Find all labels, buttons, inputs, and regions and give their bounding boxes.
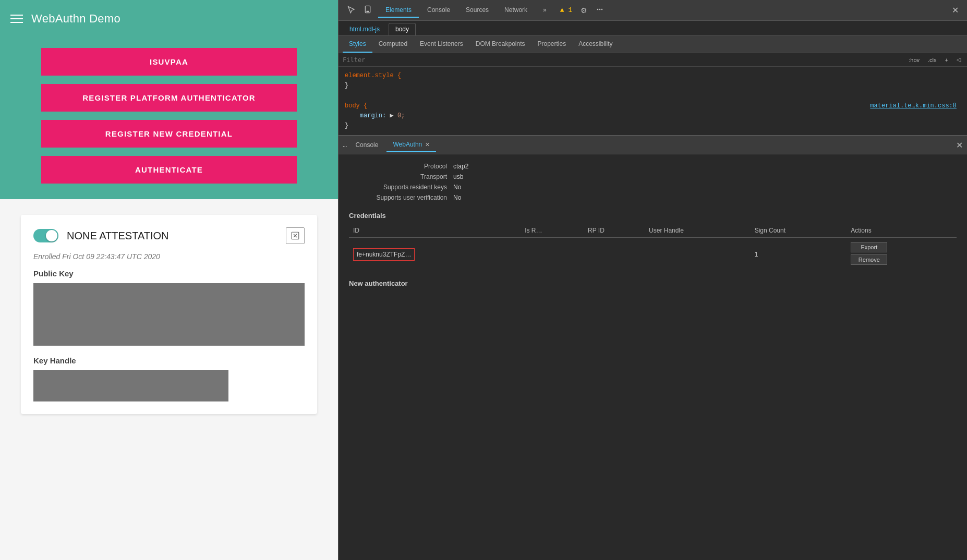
public-key-label: Public Key [33,269,305,278]
isuvpaa-button[interactable]: ISUVPAA [41,48,297,76]
resident-keys-label: Supports resident keys [349,184,453,191]
credentials-section-title: Credentials [349,212,957,220]
inspect-element-icon[interactable] [345,3,357,17]
user-verification-label: Supports user verification [349,194,453,201]
warning-badge: ▲ 1 [558,4,574,16]
css-source-link[interactable]: material.te…k.min.css:8 [870,101,957,111]
content-section: NONE ATTESTATION Enrolled Fri Oct 09 22:… [0,199,338,560]
transport-row: Transport usb [349,173,957,180]
collapse-button[interactable]: ◁ [954,55,963,64]
credentials-table-header: ID Is R… RP ID User Handle Sign Count Ac… [349,224,957,238]
styles-tab-properties[interactable]: Properties [531,36,572,53]
add-style-button[interactable]: + [943,56,950,64]
styles-code: element.style { } body { material.te…k.m… [339,67,967,135]
bottom-tab-webauthn[interactable]: WebAuthn ✕ [386,138,436,152]
elements-section: html.mdl-js body Styles Computed Event L… [339,21,967,136]
credentials-table: ID Is R… RP ID User Handle Sign Count Ac… [349,224,957,271]
bottom-tab-console[interactable]: Console [349,138,384,152]
settings-icon[interactable]: ⚙ [578,4,589,17]
tab-console[interactable]: Console [420,3,457,18]
credential-actions-cell: Export Remove [847,238,957,272]
tab-sources[interactable]: Sources [458,3,496,18]
css-val-margin: 0; [397,112,405,119]
dom-tab-body[interactable]: body [389,23,416,35]
credential-card: NONE ATTESTATION Enrolled Fri Oct 09 22:… [21,215,317,414]
transport-label: Transport [349,173,453,180]
bottom-panel-close-button[interactable]: ✕ [956,140,963,150]
credential-id-cell: fe+nuknu3ZTFpZ… [349,238,521,272]
user-verification-value: No [453,194,461,201]
css-prop-margin: margin: [360,112,386,119]
close-devtools-button[interactable]: ✕ [950,3,961,17]
devtools-panel: Elements Console Sources Network » ▲ 1 ⚙… [338,0,967,560]
dom-tabs: html.mdl-js body [339,21,967,36]
cls-filter-button[interactable]: .cls [926,56,939,64]
toggle-knob [46,230,57,241]
hamburger-icon[interactable] [10,15,23,23]
svg-point-5 [599,9,601,10]
customize-icon[interactable] [594,3,606,17]
styles-tab-dom-breakpoints[interactable]: DOM Breakpoints [469,36,531,53]
styles-tab-event-listeners[interactable]: Event Listeners [414,36,469,53]
credential-rp-id-cell [584,238,645,272]
delete-icon [291,231,300,240]
bottom-panel: … Console WebAuthn ✕ ✕ Protocol ctap2 Tr… [339,136,967,560]
protocol-row: Protocol ctap2 [349,163,957,170]
devtools-topbar: Elements Console Sources Network » ▲ 1 ⚙… [339,0,967,21]
delete-credential-button[interactable] [286,227,305,244]
svg-point-7 [601,9,603,10]
bottom-tabs-bar: … Console WebAuthn ✕ ✕ [339,136,967,154]
toggle-switch[interactable] [33,229,58,242]
device-toolbar-icon[interactable] [361,3,374,17]
css-selector-body: body { [345,102,367,109]
protocol-info-table: Protocol ctap2 Transport usb Supports re… [349,163,957,201]
bottom-tabs-more[interactable]: … [343,141,347,149]
styles-filter-input[interactable] [343,56,902,64]
app-header: WebAuthn Demo [0,0,338,38]
tab-elements[interactable]: Elements [378,3,419,18]
key-handle-box [33,370,228,401]
col-is-r: Is R… [521,224,584,238]
credentials-section: Credentials ID Is R… RP ID User Handle S… [349,212,957,271]
register-platform-button[interactable]: REGISTER PLATFORM AUTHENTICATOR [41,84,297,112]
svg-point-6 [597,9,599,10]
resident-keys-row: Supports resident keys No [349,184,957,191]
hov-filter-button[interactable]: :hov [906,56,922,64]
tab-network[interactable]: Network [497,3,535,18]
credential-user-handle-cell [645,238,751,272]
css-rule-element-style-close: } [345,82,348,89]
col-rp-id: RP ID [584,224,645,238]
card-header: NONE ATTESTATION [33,227,305,244]
col-actions: Actions [847,224,957,238]
credential-sign-count-cell: 1 [751,238,847,272]
styles-filter-bar: :hov .cls + ◁ [339,53,967,67]
styles-tab-styles[interactable]: Styles [343,36,372,53]
col-id: ID [349,224,521,238]
user-verification-row: Supports user verification No [349,194,957,201]
css-rule-body: body { material.te…k.min.css:8 margin: ▶… [345,101,961,131]
dom-tab-html[interactable]: html.mdl-js [343,23,386,35]
devtools-tabs: Elements Console Sources Network » [378,3,554,18]
authenticate-button[interactable]: AUTHENTICATE [41,156,297,184]
tab-more[interactable]: » [536,3,554,18]
credential-row: fe+nuknu3ZTFpZ… 1 Export Remove [349,238,957,272]
public-key-box [33,283,305,346]
col-user-handle: User Handle [645,224,751,238]
card-title: NONE ATTESTATION [67,230,169,242]
new-authenticator-title: New authenticator [349,279,957,287]
register-credential-button[interactable]: REGISTER NEW CREDENTIAL [41,120,297,148]
enrolled-date: Enrolled Fri Oct 09 22:43:47 UTC 2020 [33,252,305,261]
resident-keys-value: No [453,184,461,191]
css-selector-element-style: element.style { [345,72,401,79]
styles-tab-accessibility[interactable]: Accessibility [572,36,619,53]
remove-credential-button[interactable]: Remove [851,254,887,265]
styles-tab-computed[interactable]: Computed [372,36,414,53]
col-sign-count: Sign Count [751,224,847,238]
buttons-section: ISUVPAA REGISTER PLATFORM AUTHENTICATOR … [0,38,338,199]
webauthn-tab-close[interactable]: ✕ [425,141,430,148]
left-panel: WebAuthn Demo ISUVPAA REGISTER PLATFORM … [0,0,338,560]
css-triangle-margin[interactable]: ▶ [390,112,397,119]
css-rule-element-style: element.style { } [345,71,961,91]
export-credential-button[interactable]: Export [851,242,887,252]
credential-id-value: fe+nuknu3ZTFpZ… [353,248,415,261]
